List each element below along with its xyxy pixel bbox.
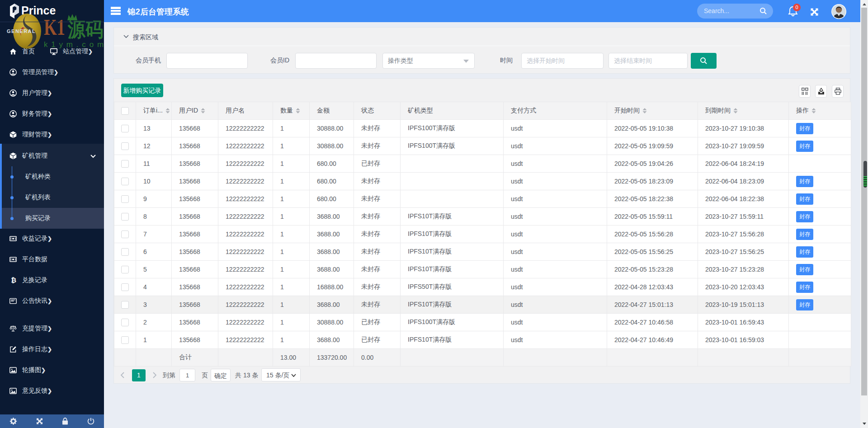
svg-text:₿: ₿: [11, 277, 16, 284]
